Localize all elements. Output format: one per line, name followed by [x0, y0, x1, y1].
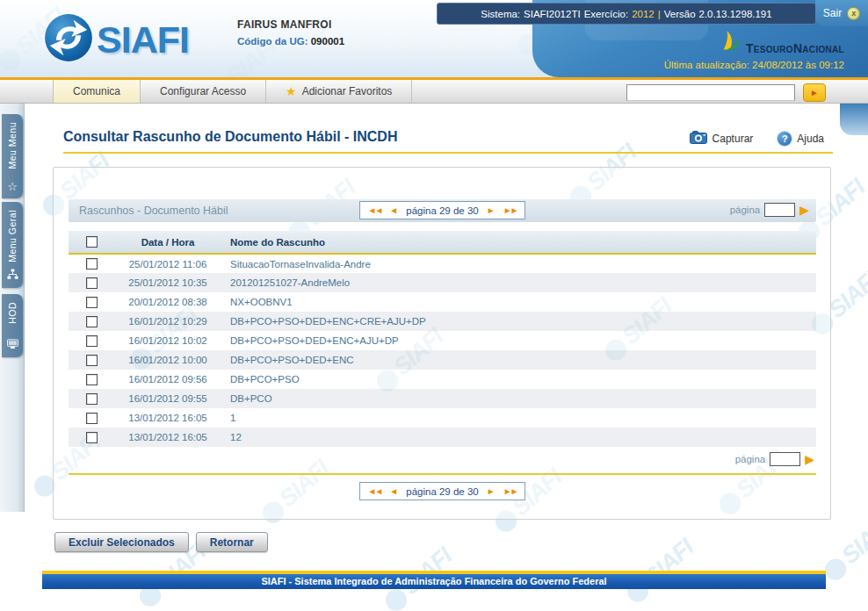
last-page-icon[interactable]: ►►	[503, 486, 517, 496]
sidebar-item-label: Meu Menu	[7, 122, 18, 169]
footer: SIAFI - Sistema Integrado de Administraç…	[42, 571, 826, 589]
ug-value: 090001	[311, 36, 344, 47]
monitor-icon	[7, 339, 18, 351]
table-header-row: Data / Hora Nome do Rascunho	[69, 231, 816, 254]
row-checkbox[interactable]	[86, 393, 98, 405]
star-icon: ☆	[7, 181, 18, 192]
table-row[interactable]: 16/01/2012 09:56 DB+PCO+PSO	[69, 370, 816, 389]
table-row[interactable]: 16/01/2012 10:00 DB+PCO+PSO+DED+ENC	[69, 350, 816, 370]
table-row[interactable]: 25/01/2012 10:35 201201251027-AndreMelo	[69, 273, 816, 292]
search-go-button[interactable]: ►	[803, 83, 826, 102]
system-value: SIAFI2012TI	[524, 9, 581, 19]
page-title: Consultar Rascunho de Documento Hábil - …	[63, 129, 397, 145]
help-label: Ajuda	[797, 133, 824, 145]
page-jump-input[interactable]	[764, 203, 795, 217]
row-checkbox[interactable]	[86, 297, 98, 308]
row-checkbox[interactable]	[86, 413, 98, 424]
retornar-button[interactable]: Retornar	[196, 532, 268, 552]
row-checkbox[interactable]	[86, 432, 98, 443]
next-page-icon[interactable]: ►	[487, 486, 495, 496]
row-checkbox[interactable]	[86, 374, 98, 385]
row-checkbox[interactable]	[86, 277, 98, 289]
row-checkbox[interactable]	[86, 355, 98, 366]
title-underline	[63, 152, 833, 154]
first-page-icon[interactable]: ◄◄	[368, 205, 382, 215]
select-all-checkbox[interactable]	[86, 236, 98, 248]
tab-adicionar-favoritos[interactable]: ★ Adicionar Favoritos	[266, 80, 412, 103]
page-jump-go-icon[interactable]: ▶	[805, 453, 814, 465]
table-row[interactable]: 13/01/2012 16:05 1	[69, 408, 816, 428]
row-datetime: 13/01/2012 16:05	[114, 408, 221, 428]
prev-page-icon[interactable]: ◄	[389, 486, 398, 496]
row-checkbox[interactable]	[86, 258, 98, 270]
tesouro-figure-icon	[720, 28, 741, 55]
row-name: 12	[221, 428, 816, 447]
table-caption-bar: Rascunhos - Documento Hábil ◄◄ ◄ página …	[69, 199, 816, 222]
prev-page-icon[interactable]: ◄	[389, 205, 398, 215]
page-jump-label: página	[730, 205, 761, 215]
sidebar-item-hod[interactable]: HOD	[2, 294, 23, 357]
column-header-name: Nome do Rascunho	[221, 231, 816, 254]
table-row[interactable]: 20/01/2012 08:38 NX+OOBNV1	[69, 292, 816, 312]
action-buttons: Excluir Selecionados Retornar	[54, 532, 268, 552]
table-row[interactable]: 16/01/2012 09:55 DB+PCO	[69, 389, 816, 408]
last-update-text: Última atualização: 24/08/2012 às 09:12	[664, 60, 844, 70]
sair-button[interactable]: Sair x	[815, 0, 868, 26]
table-row[interactable]: 25/01/2012 11:06 SituacaoTornaseInvalida…	[69, 254, 816, 273]
sidebar-item-label: Menu Geral	[7, 210, 18, 262]
table-row[interactable]: 16/01/2012 10:29 DB+PCO+PSO+DED+ENC+CRE+…	[69, 312, 816, 331]
row-datetime: 25/01/2012 10:35	[114, 273, 221, 292]
version-value: 2.0.13.1298.191	[699, 9, 772, 19]
row-datetime: 16/01/2012 09:55	[114, 389, 221, 408]
row-datetime: 16/01/2012 10:02	[114, 331, 221, 350]
close-icon[interactable]: x	[847, 7, 860, 20]
page-jump-bottom: página ▶	[735, 452, 814, 466]
camera-icon	[690, 131, 707, 147]
system-label: Sistema:	[481, 9, 520, 19]
row-datetime: 20/01/2012 08:38	[114, 292, 221, 312]
help-icon: ?	[778, 132, 792, 146]
user-block: FAIRUS MANFROI Código da UG: 090001	[237, 18, 344, 47]
page-indicator: página 29 de 30	[406, 486, 479, 497]
row-datetime: 16/01/2012 09:56	[114, 370, 221, 389]
row-name: SituacaoTornaseInvalida-Andre	[221, 254, 816, 273]
next-page-icon[interactable]: ►	[487, 205, 495, 215]
user-name: FAIRUS MANFROI	[237, 18, 344, 31]
version-label: Versão	[664, 9, 696, 19]
search-input[interactable]	[626, 84, 795, 101]
row-checkbox[interactable]	[86, 335, 98, 347]
sidebar-item-meu-menu[interactable]: Meu Menu ☆	[2, 114, 23, 198]
help-button[interactable]: ? Ajuda	[778, 132, 824, 146]
pagination-bottom-row: ◄◄ ◄ página 29 de 30 ► ►►	[69, 475, 816, 505]
row-checkbox[interactable]	[86, 316, 98, 327]
siafi-logo: SIAFI	[44, 13, 189, 66]
tab-configurar-acesso[interactable]: Configurar Acesso	[141, 80, 266, 103]
page-jump-go-icon[interactable]: ▶	[799, 204, 809, 216]
pagination-bottom: ◄◄ ◄ página 29 de 30 ► ►►	[359, 482, 526, 500]
tesouro-brand-text: TesouroNacional	[746, 41, 844, 55]
table-row[interactable]: 16/01/2012 10:02 DB+PCO+PSO+DED+ENC+AJU+…	[69, 331, 816, 350]
system-info-bar: Sistema: SIAFI2012TI Exercício: 2012| Ve…	[437, 3, 816, 25]
row-name: NX+OOBNV1	[221, 292, 816, 312]
capture-button[interactable]: Capturar	[690, 131, 754, 147]
exercise-label: Exercício:	[584, 9, 629, 19]
sair-label: Sair	[823, 7, 842, 19]
page-indicator: página 29 de 30	[406, 205, 479, 216]
column-header-datetime: Data / Hora	[114, 231, 221, 254]
exercise-value: 2012	[632, 9, 655, 19]
ug-label: Código da UG:	[237, 36, 308, 47]
sidebar-item-menu-geral[interactable]: Menu Geral	[2, 202, 23, 288]
page-jump-input[interactable]	[770, 452, 800, 466]
excluir-selecionados-button[interactable]: Excluir Selecionados	[54, 532, 189, 552]
tab-comunica[interactable]: Comunica	[53, 80, 141, 103]
siafi-logo-icon	[44, 13, 93, 66]
row-name: DB+PCO+PSO	[221, 370, 816, 389]
table-row[interactable]: 13/01/2012 16:05 12	[69, 428, 816, 447]
row-name: DB+PCO+PSO+DED+ENC	[221, 350, 816, 370]
last-page-icon[interactable]: ►►	[503, 205, 517, 215]
tab-label: Configurar Acesso	[160, 85, 246, 97]
row-name: 201201251027-AndreMelo	[221, 273, 816, 292]
siafi-logo-text: SIAFI	[97, 18, 189, 61]
capture-label: Capturar	[712, 133, 754, 145]
first-page-icon[interactable]: ◄◄	[368, 486, 382, 496]
